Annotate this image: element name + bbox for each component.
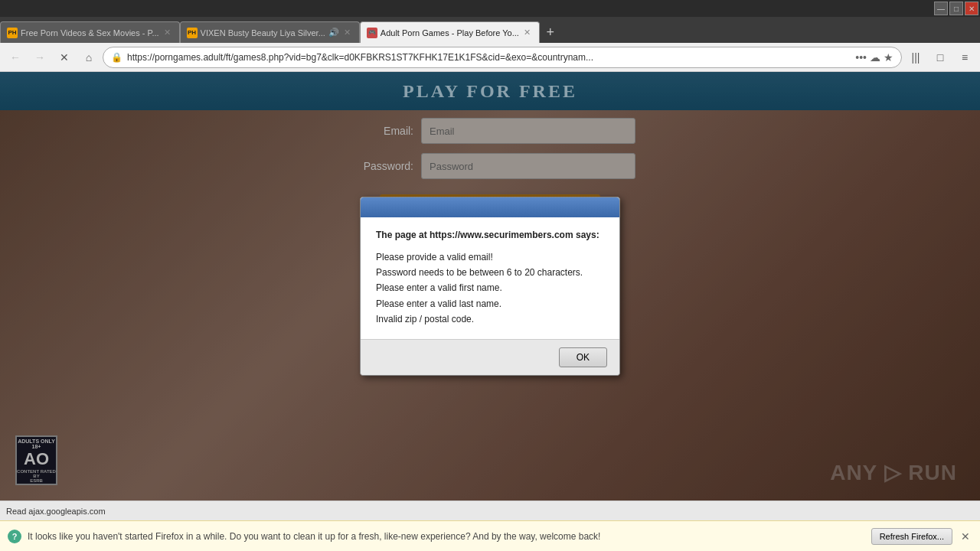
status-bar: Read ajax.googleapis.com <box>0 500 980 520</box>
tab-1[interactable]: PH Free Porn Videos & Sex Movies - P... … <box>0 21 180 43</box>
dialog-messages: Please provide a valid email! Password n… <box>376 249 604 328</box>
nav-right-icons: ||| □ ≡ <box>905 47 975 68</box>
tab-2-speaker: 🔊 <box>328 28 339 37</box>
tab-1-title: Free Porn Videos & Sex Movies - P... <box>21 28 159 37</box>
bookmarks-icon[interactable]: ||| <box>905 47 926 68</box>
nav-bar: ← → ✕ ⌂ 🔒 https://porngames.adult/ft/gam… <box>0 43 980 72</box>
dialog-ok-button[interactable]: OK <box>559 347 607 367</box>
sidebar-icon[interactable]: □ <box>929 47 951 68</box>
pocket-icon[interactable]: ☁ <box>870 51 880 64</box>
dialog-footer: OK <box>361 339 619 375</box>
notification-close-btn[interactable]: ✕ <box>959 530 972 543</box>
status-url: Read ajax.googleapis.com <box>6 507 106 516</box>
tab-1-close[interactable]: ✕ <box>162 28 173 38</box>
tab-3-favicon: 🎮 <box>367 28 377 38</box>
tab-3-close[interactable]: ✕ <box>522 28 533 38</box>
tab-3-title: Adult Porn Games - Play Before Yo... <box>381 28 519 37</box>
notification-text: It looks like you haven't started Firefo… <box>28 531 865 542</box>
address-bar-icons: ••• ☁ ★ <box>855 51 893 64</box>
dialog-title-bar <box>361 197 619 217</box>
address-url: https://porngames.adult/ft/games8.php?vi… <box>127 52 851 63</box>
forward-btn[interactable]: → <box>29 47 51 68</box>
refresh-firefox-button[interactable]: Refresh Firefox... <box>871 528 952 545</box>
dialog-message-5: Invalid zip / postal code. <box>376 311 604 327</box>
page-content: PLAY FOR FREE Email: Password: PLAY FREE… <box>0 72 980 500</box>
home-btn[interactable]: ⌂ <box>78 47 100 68</box>
minimize-btn[interactable]: — <box>934 2 948 15</box>
tab-1-favicon: PH <box>7 28 18 38</box>
close-btn[interactable]: ✕ <box>965 2 978 15</box>
more-icon[interactable]: ••• <box>855 51 867 64</box>
window-controls: — □ ✕ <box>934 2 978 15</box>
tab-bar: PH Free Porn Videos & Sex Movies - P... … <box>0 17 980 43</box>
dialog-body: The page at https://www.securimembers.co… <box>361 217 619 340</box>
tab-2-favicon: PH <box>187 28 198 38</box>
lock-icon: 🔒 <box>111 52 122 63</box>
new-tab-btn[interactable]: + <box>540 21 561 43</box>
tab-2-close[interactable]: ✕ <box>342 28 353 38</box>
tab-2-title: VIXEN Busty Beauty Liya Silver... <box>201 28 325 37</box>
back-btn[interactable]: ← <box>5 47 26 68</box>
title-bar: — □ ✕ <box>0 0 980 17</box>
dialog-message-4: Please enter a valid last name. <box>376 296 604 311</box>
menu-icon[interactable]: ≡ <box>954 47 975 68</box>
tab-2[interactable]: PH VIXEN Busty Beauty Liya Silver... 🔊 ✕ <box>180 21 360 43</box>
dialog-message-2: Password needs to be between 6 to 20 cha… <box>376 265 604 280</box>
maximize-btn[interactable]: □ <box>949 2 963 15</box>
dialog-message-1: Please provide a valid email! <box>376 249 604 265</box>
tab-3[interactable]: 🎮 Adult Porn Games - Play Before Yo... ✕ <box>360 21 540 43</box>
dialog-message-3: Please enter a valid first name. <box>376 280 604 295</box>
dialog: The page at https://www.securimembers.co… <box>360 197 620 377</box>
dialog-header: The page at https://www.securimembers.co… <box>376 230 604 240</box>
browser-chrome: — □ ✕ PH Free Porn Videos & Sex Movies -… <box>0 0 980 551</box>
address-bar[interactable]: 🔒 https://porngames.adult/ft/games8.php?… <box>103 47 902 68</box>
dialog-overlay: The page at https://www.securimembers.co… <box>0 72 980 500</box>
reload-btn[interactable]: ✕ <box>54 47 75 68</box>
notification-icon: ? <box>8 530 21 543</box>
notification-bar: ? It looks like you haven't started Fire… <box>0 520 980 551</box>
star-icon[interactable]: ★ <box>884 51 893 64</box>
